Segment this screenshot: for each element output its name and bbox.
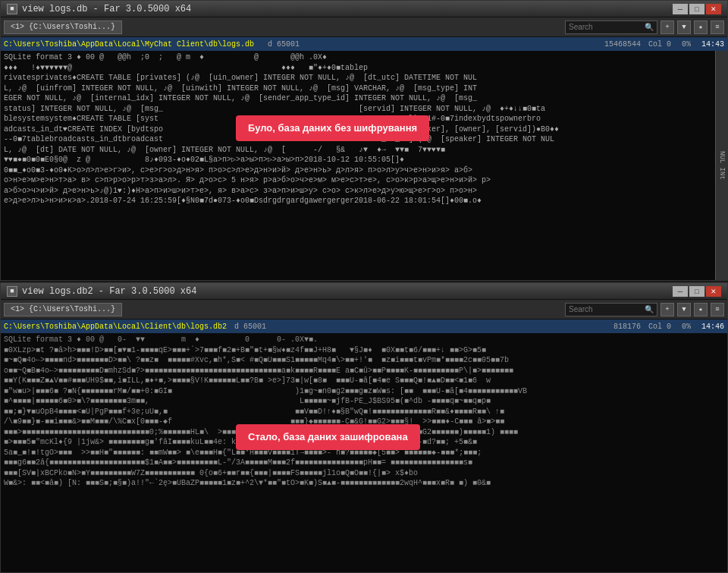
status-d1 (262, 40, 266, 49)
status-col-label1: Col (648, 40, 662, 49)
tab2[interactable]: <1> {C:\Users\Toshi...} (4, 303, 122, 316)
app-container: ■ view logs.db - Far 3.0.5000 x64 ─ □ ✕ … (0, 0, 728, 573)
toolbar-btn-star1[interactable]: ★ (694, 20, 708, 34)
minimize-button2[interactable]: ─ (673, 286, 688, 297)
window2-title: view logs.db2 - Far 3.0.5000 x64 (22, 286, 196, 297)
statusbar1: C:\Users\Toshiba\AppData\Local\MyChat Cl… (1, 37, 727, 51)
maximize-button2[interactable]: □ (689, 286, 704, 297)
status-d-val1: d 65001 (268, 40, 300, 49)
content-text2: SQLite format 3 ♦ 00 @ 0- ▼▼ m ♦ 0 0- .0… (4, 335, 724, 489)
search-icon1: 🔍 (645, 23, 654, 32)
window1: ■ view logs.db - Far 3.0.5000 x64 ─ □ ✕ … (0, 0, 728, 281)
statusbar2: C:\Users\Toshiba\AppData\Local\Client\db… (1, 320, 727, 333)
search-input1[interactable] (569, 23, 645, 31)
status-size1: 15468544 (604, 40, 641, 49)
search-input2[interactable] (569, 305, 645, 313)
annotation2: Стало, база даних зашифрована (236, 424, 420, 450)
titlebar1: ■ view logs.db - Far 3.0.5000 x64 ─ □ ✕ (1, 1, 727, 17)
tab1[interactable]: <1> {C:\Users\Toshi...} (4, 20, 122, 34)
status-pct1: 0% (682, 40, 691, 49)
close-button2[interactable]: ✕ (706, 286, 721, 297)
status-time2: 14:46 (701, 323, 724, 331)
toolbar-btn-menu2[interactable]: ▼ (677, 303, 691, 316)
search-box2[interactable]: 🔍 (565, 303, 657, 316)
annotation1: Було, база даних без шифрування (236, 115, 429, 141)
window2: ■ view logs.db2 - Far 3.0.5000 x64 ─ □ ✕… (0, 282, 728, 573)
status-size2: 818176 (613, 323, 641, 331)
toolbar-btn-star2[interactable]: ★ (694, 303, 708, 316)
toolbar-btn-settings2[interactable]: ≡ (711, 303, 724, 316)
titlebar2: ■ view logs.db2 - Far 3.0.5000 x64 ─ □ ✕ (1, 283, 727, 300)
toolbar-btn-settings1[interactable]: ≡ (711, 20, 724, 34)
maximize-button1[interactable]: □ (689, 4, 704, 14)
toolbar-btn-add2[interactable]: + (661, 303, 674, 316)
content1: SQLite format 3 ♦ 00 @ @@h ;0 ; @ m ♦ @ … (1, 51, 727, 280)
close-button1[interactable]: ✕ (706, 4, 721, 14)
status-time1: 14:43 (701, 40, 724, 49)
status-d-val2: d 65001 (234, 323, 266, 331)
status-path2: C:\Users\Toshiba\AppData\Local\Client\db… (4, 323, 227, 331)
app-icon2: ■ (7, 286, 17, 297)
window1-title: view logs.db - Far 3.0.5000 x64 (22, 4, 191, 14)
status-col-val2: 0 (667, 323, 671, 331)
toolbar-btn-add1[interactable]: + (661, 20, 674, 34)
status-col-val1: 0 (667, 40, 671, 49)
content2: SQLite format 3 ♦ 00 @ 0- ▼▼ m ♦ 0 0- .0… (1, 333, 727, 572)
status-col-label2: Col (648, 323, 662, 331)
nul-int-indicator1: NUL INt (715, 51, 727, 280)
toolbar1: <1> {C:\Users\Toshi...} 🔍 + ▼ ★ ≡ (1, 17, 727, 37)
status-path1: C:\Users\Toshiba\AppData\Local\MyChat Cl… (4, 40, 254, 49)
status-pct2: 0% (682, 323, 691, 331)
search-box1[interactable]: 🔍 (565, 20, 657, 34)
app-icon: ■ (7, 4, 17, 14)
search-icon2: 🔍 (645, 305, 654, 314)
minimize-button1[interactable]: ─ (673, 4, 688, 14)
toolbar-btn-menu1[interactable]: ▼ (677, 20, 691, 34)
toolbar2: <1> {C:\Users\Toshi...} 🔍 + ▼ ★ ≡ (1, 300, 727, 320)
